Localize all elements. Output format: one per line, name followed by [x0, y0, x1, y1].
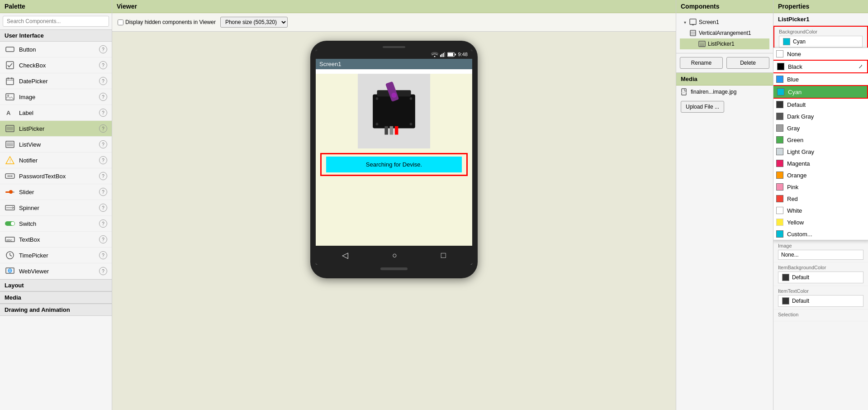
- color-option-gray-label: Gray: [787, 125, 800, 132]
- textbox-help[interactable]: ?: [99, 235, 107, 243]
- palette-item-listpicker[interactable]: ListPicker ?: [0, 121, 112, 137]
- palette-item-notifier[interactable]: ! Notifier ?: [0, 153, 112, 168]
- phone-recent-button[interactable]: □: [441, 251, 446, 260]
- phone-app-content: Searching for Devise.: [316, 74, 472, 246]
- listview-icon: [5, 139, 15, 150]
- palette-item-webviewer-label: WebViewer: [19, 268, 99, 275]
- svg-rect-61: [692, 24, 694, 25]
- switch-help[interactable]: ?: [99, 219, 107, 228]
- timepicker-help[interactable]: ?: [99, 251, 107, 259]
- prop-bg-color-button[interactable]: Cyan: [779, 36, 863, 48]
- listview-help[interactable]: ?: [99, 140, 107, 148]
- palette-item-image[interactable]: Image ?: [0, 89, 112, 105]
- label-help[interactable]: ?: [99, 109, 107, 117]
- svg-rect-41: [443, 53, 444, 57]
- palette-item-slider[interactable]: Slider ?: [0, 184, 112, 200]
- color-option-black[interactable]: Black: [773, 60, 868, 73]
- svg-point-55: [410, 123, 413, 125]
- comp-tree-verticalarrangement1[interactable]: VerticalArrangement1: [680, 28, 769, 38]
- color-option-none[interactable]: None: [773, 48, 868, 60]
- prop-image-input[interactable]: [778, 250, 863, 260]
- palette-item-listview[interactable]: ListView ?: [0, 137, 112, 153]
- color-option-white[interactable]: White: [773, 205, 868, 216]
- palette-item-label[interactable]: A Label ?: [0, 105, 112, 121]
- color-option-red-label: Red: [787, 195, 798, 202]
- phone-home-button[interactable]: ○: [392, 251, 397, 260]
- media-file-item[interactable]: finalren...image.jpg: [676, 86, 773, 98]
- section-user-interface[interactable]: User Interface: [0, 29, 112, 42]
- svg-rect-62: [690, 30, 696, 36]
- magenta-color-box: [776, 160, 783, 167]
- prop-item-text-color-button[interactable]: Default: [778, 295, 863, 307]
- rename-button[interactable]: Rename: [680, 57, 723, 69]
- color-option-darkgray[interactable]: Dark Gray: [773, 110, 868, 122]
- color-option-lightgray-label: Light Gray: [787, 148, 814, 155]
- comp-tree-screen1[interactable]: ▾ Screen1: [680, 17, 769, 28]
- color-option-custom[interactable]: Custom...: [773, 228, 868, 240]
- svg-point-52: [376, 97, 379, 100]
- color-option-blue[interactable]: Blue: [773, 73, 868, 85]
- checkbox-help[interactable]: ?: [99, 61, 107, 69]
- edit-icon[interactable]: [858, 64, 863, 69]
- palette-item-spinner[interactable]: Spinner ?: [0, 200, 112, 216]
- datepicker-help[interactable]: ?: [99, 77, 107, 85]
- palette-item-button-label: Button: [19, 46, 99, 53]
- color-option-orange[interactable]: Orange: [773, 169, 868, 181]
- phone-speaker: [380, 267, 408, 270]
- prop-item-bg-color-button[interactable]: Default: [778, 272, 863, 283]
- palette-item-webviewer[interactable]: WebViewer ?: [0, 263, 112, 279]
- textbox-icon: abc: [5, 234, 15, 245]
- slider-help[interactable]: ?: [99, 188, 107, 196]
- color-option-cyan[interactable]: Cyan: [773, 85, 868, 99]
- svg-point-54: [410, 97, 413, 100]
- upload-file-button[interactable]: Upload File ...: [681, 101, 724, 113]
- phone-app-title: Screen1: [316, 59, 472, 69]
- phone-back-button[interactable]: ◁: [342, 250, 348, 260]
- phone-listpicker-button[interactable]: Searching for Devise.: [326, 157, 462, 172]
- spinner-help[interactable]: ?: [99, 204, 107, 212]
- color-option-yellow[interactable]: Yellow: [773, 216, 868, 228]
- color-option-red[interactable]: Red: [773, 193, 868, 205]
- listpicker-help[interactable]: ?: [99, 124, 107, 133]
- palette-item-passwordtextbox[interactable]: PasswordTextBox ?: [0, 168, 112, 184]
- section-media[interactable]: Media: [0, 291, 112, 304]
- palette-item-switch[interactable]: Switch ?: [0, 216, 112, 232]
- hidden-components-checkbox[interactable]: [118, 19, 123, 25]
- color-option-yellow-label: Yellow: [787, 219, 804, 226]
- palette-item-button[interactable]: Button ?: [0, 42, 112, 57]
- webviewer-help[interactable]: ?: [99, 267, 107, 275]
- palette-item-checkbox[interactable]: CheckBox ?: [0, 57, 112, 73]
- color-option-default[interactable]: Default: [773, 99, 868, 110]
- notifier-help[interactable]: ?: [99, 156, 107, 164]
- image-help[interactable]: ?: [99, 93, 107, 101]
- color-option-gray[interactable]: Gray: [773, 122, 868, 134]
- palette-item-textbox[interactable]: abc TextBox ?: [0, 232, 112, 248]
- phone-size-select[interactable]: Phone size (505,320): [220, 17, 288, 28]
- search-input[interactable]: [3, 16, 109, 27]
- color-option-green[interactable]: Green: [773, 134, 868, 146]
- components-header: Components: [676, 0, 773, 13]
- phone-status-bar: 9:48: [316, 50, 472, 59]
- section-layout[interactable]: Layout: [0, 279, 112, 291]
- va1-label: VerticalArrangement1: [699, 30, 751, 36]
- comp-tree-listpicker1[interactable]: ListPicker1: [680, 38, 769, 49]
- svg-point-25: [9, 190, 13, 194]
- palette-item-listview-label: ListView: [19, 141, 99, 148]
- color-option-default-label: Default: [787, 101, 806, 108]
- color-option-pink[interactable]: Pink: [773, 181, 868, 193]
- orange-color-box: [776, 172, 783, 179]
- palette-item-datepicker[interactable]: DatePicker ?: [0, 73, 112, 89]
- media-header: Media: [676, 73, 773, 86]
- color-option-lightgray[interactable]: Light Gray: [773, 146, 868, 157]
- palette-item-passwordtextbox-label: PasswordTextBox: [19, 173, 99, 180]
- color-option-white-label: White: [787, 207, 802, 214]
- button-help[interactable]: ?: [99, 45, 107, 53]
- passwordtextbox-help[interactable]: ?: [99, 172, 107, 180]
- palette-item-timepicker[interactable]: TimePicker ?: [0, 248, 112, 263]
- delete-button[interactable]: Delete: [726, 57, 769, 69]
- section-drawing-animation[interactable]: Drawing and Animation: [0, 304, 112, 316]
- expand-screen1[interactable]: ▾: [682, 19, 688, 25]
- color-option-magenta[interactable]: Magenta: [773, 157, 868, 169]
- svg-rect-0: [6, 47, 14, 52]
- svg-rect-70: [682, 92, 686, 93]
